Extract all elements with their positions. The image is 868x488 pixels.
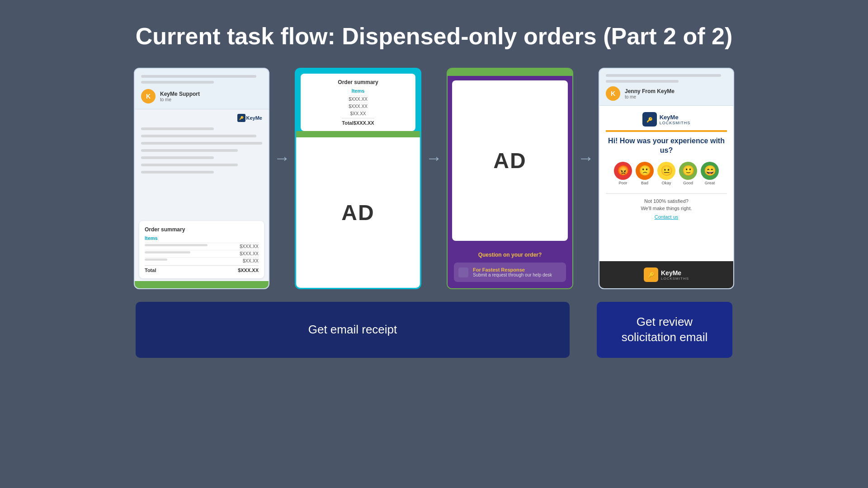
green-bar	[135, 281, 269, 288]
confirm-top-bar	[448, 69, 572, 76]
email-card-group: K KeyMe Support to me 🔑	[134, 68, 295, 289]
yellow-accent-bar	[606, 130, 727, 132]
not-satisfied-text: Not 100% satisfied? We'll make things ri…	[641, 197, 692, 212]
emoji-great[interactable]: 😄 Great	[701, 162, 719, 185]
sq-g	[141, 171, 214, 174]
review-sender-to: to me	[625, 94, 675, 99]
row2-price: $XXX.XX	[240, 251, 259, 256]
middle-left-ad-section: AD	[296, 137, 420, 288]
sq-d	[141, 149, 238, 152]
emoji-good-icon: 🙂	[679, 162, 697, 180]
row1-price: $XXX.XX	[240, 244, 259, 249]
review-sender-name: Jenny From KeyMe	[625, 88, 675, 94]
confirm-purple-section: AD Question on your order? For Fastest R…	[448, 76, 572, 288]
sq-a	[141, 127, 214, 130]
email-receipt-section: K KeyMe Support to me 🔑	[134, 68, 295, 289]
rev-sq-1	[606, 74, 721, 77]
email-header: K KeyMe Support to me	[135, 69, 269, 109]
keyme-logo-row: 🔑 KeyMe	[141, 114, 262, 122]
review-keyme-logo: 🔑 KeyMe LOCKSMITHS	[642, 112, 691, 127]
arrow-2: →	[426, 149, 442, 168]
review-email-card: K Jenny From KeyMe to me	[599, 68, 734, 289]
sender-info: KeyMe Support to me	[160, 91, 200, 102]
ml-items-label: Items	[352, 88, 365, 94]
question-text: Question on your order?	[454, 252, 566, 258]
review-keyme-sub: LOCKSMITHS	[660, 121, 691, 125]
svg-text:🔑: 🔑	[239, 116, 244, 120]
emoji-bad[interactable]: 🙁 Bad	[636, 162, 654, 185]
not-satisfied-line1: Not 100% satisfied?	[641, 197, 692, 205]
email-receipt-card: K KeyMe Support to me 🔑	[134, 68, 269, 289]
confirm-card: AD Question on your order? For Fastest R…	[447, 68, 573, 289]
emoji-good-label: Good	[683, 181, 693, 185]
total-label: Total	[145, 267, 156, 273]
items-label: Items	[145, 235, 259, 241]
review-question: Hi! How was your experience with us?	[606, 136, 727, 155]
review-white-section: 🔑 KeyMe LOCKSMITHS Hi! How was your expe…	[599, 106, 733, 261]
review-email-section: K Jenny From KeyMe to me	[599, 68, 734, 289]
ml-order-row-3: $XX.XX	[350, 110, 366, 117]
footer-lock-icon: 🔑	[644, 267, 658, 282]
get-email-receipt-button[interactable]: Get email receipt	[136, 302, 570, 358]
sq-e	[141, 156, 214, 159]
review-header-squiggles	[606, 73, 727, 84]
emoji-great-icon: 😄	[701, 162, 719, 180]
emoji-great-label: Great	[705, 181, 715, 185]
middle-left-order-white: Order summary Items $XXX.XX $XXX.XX	[301, 74, 415, 131]
arrow-1: →	[274, 149, 290, 168]
emoji-bad-icon: 🙁	[636, 162, 654, 180]
middle-left-top: Order summary Items $XXX.XX $XXX.XX	[296, 69, 420, 131]
fastest-response-info: For Fastest Response Submit a request th…	[473, 267, 552, 277]
confirm-white-inner: AD	[452, 80, 568, 241]
emoji-okay-icon: 😐	[657, 162, 675, 180]
footer-keyme-name: KeyMe	[661, 269, 689, 277]
order-summary-title: Order summary	[145, 226, 259, 233]
order-total-row: Total $XXX.XX	[145, 265, 259, 273]
ml-order-row-1: $XXX.XX	[349, 95, 368, 103]
flow-container: K KeyMe Support to me 🔑	[0, 68, 868, 289]
sq-f	[141, 164, 238, 166]
contact-link[interactable]: Contact us	[655, 214, 679, 220]
emoji-bad-label: Bad	[641, 181, 648, 185]
page-title: Current task flow: Dispensed-only orders…	[136, 23, 732, 50]
bottom-buttons: Get email receipt Get review solicitatio…	[136, 302, 732, 358]
sender-name: KeyMe Support	[160, 91, 200, 97]
review-email-header: K Jenny From KeyMe to me	[599, 69, 733, 106]
keyme-lock-icon: 🔑	[237, 114, 245, 122]
confirm-bottom: Question on your order? For Fastest Resp…	[448, 245, 572, 288]
get-review-solicitation-button[interactable]: Get review solicitation email	[597, 302, 732, 358]
ml-total-price: $XXX.XX	[354, 120, 374, 126]
ml-order-title: Order summary	[338, 79, 378, 85]
ml-row2-price: $XXX.XX	[349, 104, 368, 109]
order-summary-card: Order summary Items $XXX.XX $XXX.XX $XX.…	[139, 221, 264, 278]
order-row-3: $XX.XX	[145, 257, 259, 264]
sq-b	[141, 135, 256, 137]
review-avatar: K	[606, 86, 620, 101]
svg-text:K: K	[611, 90, 615, 97]
middle-left-card: Order summary Items $XXX.XX $XXX.XX	[295, 68, 421, 289]
middle-left-card-group: Order summary Items $XXX.XX $XXX.XX	[295, 68, 447, 289]
item-squiggle-2	[145, 251, 190, 253]
row3-price: $XX.XX	[243, 258, 259, 263]
review-sender-info: Jenny From KeyMe to me	[625, 88, 675, 99]
review-keyme-lock: 🔑	[642, 112, 657, 127]
emoji-poor[interactable]: 😡 Poor	[614, 162, 632, 185]
fastest-sub: Submit a request through our help desk	[473, 272, 552, 277]
review-dark-footer: 🔑 KeyMe LOCKSMITHS	[599, 261, 733, 288]
emoji-good[interactable]: 🙂 Good	[679, 162, 697, 185]
help-desk-icon	[458, 267, 468, 277]
emoji-okay[interactable]: 😐 Okay	[657, 162, 675, 185]
rev-sq-2	[606, 80, 679, 83]
email-body: 🔑 KeyMe	[135, 109, 269, 221]
ml-total-label: Total	[342, 120, 353, 126]
middle-left-section: Order summary Items $XXX.XX $XXX.XX	[295, 68, 447, 289]
emoji-okay-label: Okay	[661, 181, 671, 185]
order-row-1: $XXX.XX	[145, 243, 259, 250]
emoji-poor-label: Poor	[618, 181, 627, 185]
ml-green-bar	[296, 131, 420, 137]
order-row-2: $XXX.XX	[145, 250, 259, 257]
ml-order-total-row: Total $XXX.XX	[342, 118, 374, 126]
footer-logo: 🔑 KeyMe LOCKSMITHS	[644, 267, 689, 282]
arrow-3: →	[578, 149, 594, 168]
sender-to: to me	[160, 97, 200, 102]
